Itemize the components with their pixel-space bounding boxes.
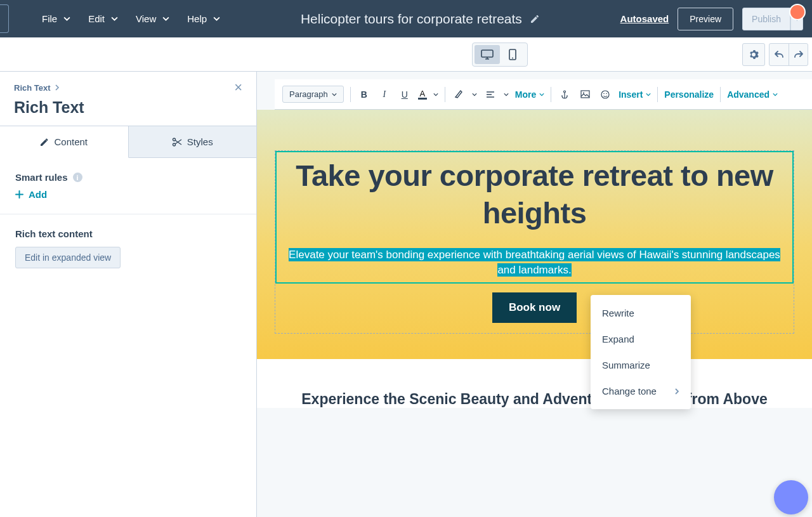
menu-item-rewrite[interactable]: Rewrite xyxy=(591,300,691,326)
emoji-icon xyxy=(601,90,610,99)
close-button[interactable]: × xyxy=(234,81,242,95)
page-title: Helicopter tours for corporate retreats xyxy=(301,11,522,27)
menu-item-change-tone[interactable]: Change tone xyxy=(591,378,691,404)
menu-view[interactable]: View xyxy=(136,13,169,24)
sidebar-collapse-stub[interactable] xyxy=(0,4,9,33)
menu-help-label: Help xyxy=(187,13,207,24)
add-label: Add xyxy=(29,189,47,200)
tab-styles[interactable]: Styles xyxy=(129,126,257,158)
tab-styles-label: Styles xyxy=(187,136,213,147)
page-title-wrap: Helicopter tours for corporate retreats xyxy=(220,11,620,27)
device-desktop[interactable] xyxy=(475,45,500,64)
autosaved-status[interactable]: Autosaved xyxy=(620,13,669,24)
sidebar-title: Rich Text xyxy=(0,95,256,126)
sidebar-header-row: Rich Text × xyxy=(0,72,256,95)
menu-item-expand[interactable]: Expand xyxy=(591,326,691,352)
cta-button[interactable]: Book now xyxy=(492,292,577,323)
expand-label: Expand xyxy=(602,334,634,344)
svg-rect-6 xyxy=(581,91,589,98)
topbar-right-group: Autosaved Preview Publish xyxy=(620,8,803,30)
redo-button[interactable] xyxy=(789,44,808,65)
highlight-button[interactable] xyxy=(452,90,466,99)
undo-redo-group xyxy=(769,43,808,66)
advanced-dropdown[interactable]: Advanced xyxy=(727,89,778,100)
rich-text-block[interactable]: Take your corporate retreat to new heigh… xyxy=(275,150,794,334)
edit-expanded-view-button[interactable]: Edit in expanded view xyxy=(15,247,121,268)
image-button[interactable] xyxy=(578,90,592,98)
device-toggle xyxy=(472,43,528,67)
info-icon[interactable]: i xyxy=(73,173,82,182)
avatar[interactable] xyxy=(789,4,806,20)
rich-text-selection: Take your corporate retreat to new heigh… xyxy=(275,151,794,284)
divider xyxy=(0,214,256,214)
chevron-down-icon xyxy=(111,15,118,22)
preview-button[interactable]: Preview xyxy=(678,8,733,30)
chevron-down-icon[interactable] xyxy=(472,92,477,97)
chevron-down-icon xyxy=(63,15,70,22)
text-color-button[interactable]: A xyxy=(418,89,427,100)
insert-dropdown[interactable]: Insert xyxy=(619,89,651,100)
anchor-button[interactable] xyxy=(558,90,572,99)
breadcrumb[interactable]: Rich Text xyxy=(14,83,60,93)
chevron-down-icon[interactable] xyxy=(433,92,438,97)
chat-bubble[interactable] xyxy=(774,480,808,514)
more-dropdown[interactable]: More xyxy=(515,89,544,100)
publish-button[interactable]: Publish xyxy=(742,8,790,30)
smart-rules-row: Smart rules i xyxy=(15,172,241,183)
svg-point-5 xyxy=(564,91,566,93)
undo-button[interactable] xyxy=(769,44,789,65)
menu-file-label: File xyxy=(42,13,57,24)
chevron-down-icon xyxy=(646,92,651,97)
align-icon xyxy=(486,91,495,98)
separator xyxy=(445,87,445,102)
mobile-icon xyxy=(509,49,516,60)
bold-button[interactable]: B xyxy=(357,89,371,100)
tab-content[interactable]: Content xyxy=(0,126,129,158)
svg-rect-0 xyxy=(481,50,493,57)
section-below-hero: Experience the Scenic Beauty and Adventu… xyxy=(257,359,812,408)
ai-context-menu: Rewrite Expand Summarize Change tone xyxy=(591,295,691,409)
underline-button[interactable]: U xyxy=(398,89,412,100)
topbar-left-group: File Edit View Help xyxy=(0,4,220,33)
italic-button[interactable]: I xyxy=(377,89,391,100)
pencil-icon xyxy=(40,138,49,147)
chevron-down-icon[interactable] xyxy=(504,92,509,97)
insert-label: Insert xyxy=(619,89,643,100)
svg-point-9 xyxy=(603,93,605,94)
highlight-icon xyxy=(454,90,463,99)
separator xyxy=(657,87,658,102)
rewrite-label: Rewrite xyxy=(602,308,634,318)
menu-file[interactable]: File xyxy=(42,13,70,24)
emoji-button[interactable] xyxy=(598,90,612,99)
menu-help[interactable]: Help xyxy=(187,13,220,24)
svg-point-2 xyxy=(512,57,513,58)
breadcrumb-label: Rich Text xyxy=(14,83,51,93)
chevron-right-icon xyxy=(55,84,60,91)
add-smart-rule[interactable]: Add xyxy=(15,189,241,200)
rich-text-content-label: Rich text content xyxy=(15,228,241,239)
sidebar-body: Smart rules i Add Rich text content Edit… xyxy=(0,158,256,282)
chevron-down-icon xyxy=(539,92,544,97)
hero-headline[interactable]: Take your corporate retreat to new heigh… xyxy=(279,155,790,247)
settings-button[interactable] xyxy=(742,43,765,66)
hero-subcopy[interactable]: Elevate your team's bonding experience w… xyxy=(289,248,780,277)
menu-item-summarize[interactable]: Summarize xyxy=(591,352,691,378)
align-button[interactable] xyxy=(483,91,497,98)
tab-content-label: Content xyxy=(54,136,88,147)
chevron-down-icon xyxy=(162,15,169,22)
gear-icon xyxy=(749,49,759,60)
separator xyxy=(551,87,551,102)
menu-edit[interactable]: Edit xyxy=(88,13,118,24)
personalize-button[interactable]: Personalize xyxy=(664,89,714,100)
pencil-icon[interactable] xyxy=(530,14,540,24)
chevron-right-icon xyxy=(674,388,679,395)
sidebar-tabs: Content Styles xyxy=(0,126,256,158)
scissors-icon xyxy=(172,138,182,147)
paragraph-dropdown[interactable]: Paragraph xyxy=(282,86,344,103)
main-area: Rich Text × Rich Text Content Styles xyxy=(0,72,812,517)
device-right-tools xyxy=(742,43,808,66)
top-bar: File Edit View Help Helicopter tours for… xyxy=(0,0,812,37)
section2-heading: Experience the Scenic Beauty and Adventu… xyxy=(276,391,793,408)
chevron-down-icon xyxy=(332,92,337,97)
device-mobile[interactable] xyxy=(500,45,525,64)
